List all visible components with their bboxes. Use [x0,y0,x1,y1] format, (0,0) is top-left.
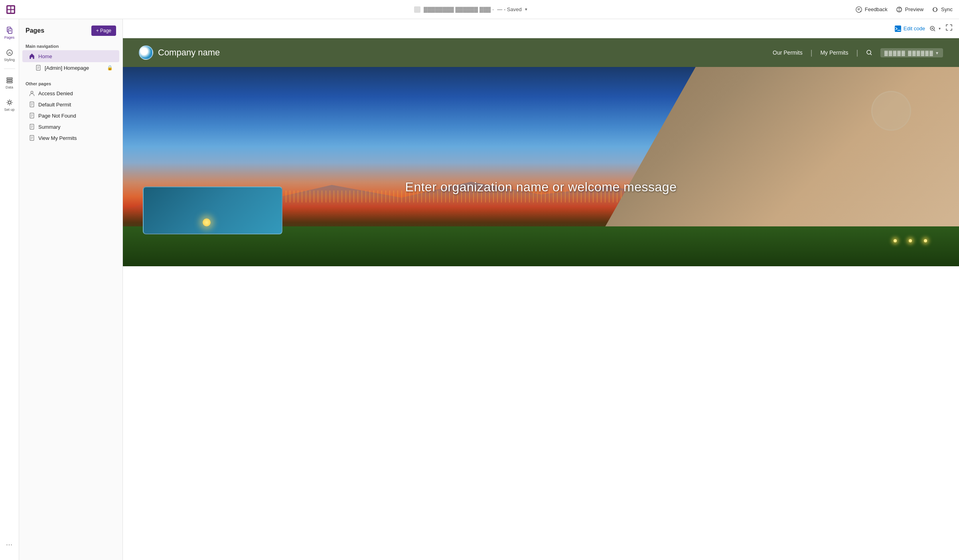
svg-rect-38 [895,26,901,32]
nav-item-home-label: Home [38,53,105,59]
landscape-light-1 [894,239,897,242]
nav-item-view-permits-label: View My Permits [38,135,113,141]
sidebar-item-setup[interactable]: Set up [2,94,18,115]
sync-label: Sync [941,6,953,12]
preview-button[interactable]: Preview [896,6,923,13]
pages-panel: Pages + Page Main navigation Home ··· [A… [19,19,123,560]
website-user[interactable]: ▓▓▓▓▓ ▓▓▓▓▓▓ ▾ [880,48,943,57]
sync-button[interactable]: Sync [931,6,953,13]
nav-item-access-denied-label: Access Denied [38,90,113,96]
nav-my-permits[interactable]: My Permits [820,49,848,56]
add-page-button[interactable]: + Page [91,26,116,36]
website-hero: Enter organization name or welcome messa… [123,67,959,266]
landscape-light-3 [924,239,927,242]
hero-pool-light [203,218,211,226]
site-thumbnail [414,6,420,13]
zoom-icon [930,26,935,31]
lock-icon: 🔒 [107,65,113,71]
nav-separator-1: | [811,49,813,57]
svg-line-45 [870,54,872,55]
website-header: Company name Our Permits | My Permits | … [123,38,959,67]
person-icon [29,90,35,96]
data-icon [6,76,14,84]
fullscreen-button[interactable] [945,24,953,33]
feedback-icon [855,6,862,13]
page-icon-default [29,101,35,108]
svg-rect-13 [7,78,12,79]
nav-item-home[interactable]: Home ··· [22,50,119,62]
pages-panel-header: Pages + Page [19,19,122,41]
svg-rect-3 [8,10,10,13]
site-title: ▓▓▓▓▓▓▓▓ ▓▓▓▓▓▓ ▓▓▓ - [424,6,494,12]
app-icon [6,5,15,14]
sidebar-item-data[interactable]: Data [2,72,18,93]
styling-label: Styling [4,58,15,62]
other-pages-section-label: Other pages [19,78,122,88]
feedback-label: Feedback [865,6,888,12]
svg-point-16 [8,101,11,104]
zoom-chevron[interactable]: ▾ [939,26,941,31]
topbar-right: Feedback Preview Sync [855,6,953,13]
pages-label: Pages [4,35,15,39]
page-icon-admin [35,65,41,71]
website-nav: Our Permits | My Permits | ▓▓▓▓▓ ▓▓▓▓▓▓ … [773,48,943,57]
topbar: ▓▓▓▓▓▓▓▓ ▓▓▓▓▓▓ ▓▓▓ - — - Saved ▾ Feedba… [0,0,959,19]
landscape-lights [894,239,927,242]
sidebar-item-more[interactable]: ··· [2,534,18,555]
topbar-center: ▓▓▓▓▓▓▓▓ ▓▓▓▓▓▓ ▓▓▓ - — - Saved ▾ [414,6,527,13]
nav-item-admin-homepage[interactable]: [Admin] Homepage 🔒 [22,62,119,73]
svg-rect-14 [7,80,12,81]
setup-icon [6,98,14,106]
more-dots: ··· [6,541,12,548]
edit-code-button[interactable]: Edit code [895,26,925,32]
hero-window [871,91,911,131]
preview-label: Preview [905,6,923,12]
user-label: ▓▓▓▓▓ ▓▓▓▓▓▓ ▾ [884,50,939,56]
nav-item-summary[interactable]: Summary [22,121,119,132]
svg-line-41 [934,30,935,31]
vscode-icon [895,26,901,32]
website-search-icon[interactable] [866,49,872,56]
nav-item-access-denied[interactable]: Access Denied [22,88,119,99]
page-icon-permits [29,135,35,141]
nav-item-default-permit-label: Default Permit [38,102,113,108]
svg-rect-15 [7,82,12,83]
feedback-button[interactable]: Feedback [855,6,888,13]
preview-toolbar: Edit code ▾ [123,19,959,38]
logo-circle [139,45,153,60]
main-layout: Pages Styling Data Set up [0,19,959,560]
saved-label: — - Saved [497,6,521,12]
icon-sidebar: Pages Styling Data Set up [0,19,19,560]
nav-our-permits[interactable]: Our Permits [773,49,803,56]
sidebar-item-pages[interactable]: Pages [2,22,18,43]
page-icon-summary [29,124,35,130]
nav-item-summary-label: Summary [38,124,113,130]
page-icon-notfound [29,112,35,119]
preview-area: Edit code ▾ [123,19,959,560]
sidebar-item-styling[interactable]: Styling [2,45,18,65]
nav-item-default-permit[interactable]: Default Permit [22,99,119,110]
preview-content: Company name Our Permits | My Permits | … [123,38,959,560]
website-preview: Company name Our Permits | My Permits | … [123,38,959,560]
svg-point-44 [867,50,871,54]
preview-icon [896,6,903,13]
hero-welcome-text: Enter organization name or welcome messa… [123,180,959,195]
add-page-label: + Page [96,28,111,33]
nav-item-page-not-found[interactable]: Page Not Found [22,110,119,121]
svg-rect-2 [11,6,14,9]
nav-item-page-not-found-label: Page Not Found [38,113,113,119]
fullscreen-icon [945,24,953,31]
pages-icon [6,26,14,34]
nav-separator-2: | [856,49,858,57]
zoom-control[interactable]: ▾ [930,26,941,31]
svg-point-21 [31,91,33,94]
title-chevron[interactable]: ▾ [525,7,527,12]
main-nav-section-label: Main navigation [19,41,122,50]
setup-label: Set up [4,108,14,112]
data-label: Data [6,85,13,89]
svg-rect-4 [11,10,14,13]
nav-item-admin-label: [Admin] Homepage [45,65,104,71]
nav-item-view-permits[interactable]: View My Permits [22,132,119,143]
sync-icon [931,6,939,13]
styling-icon [6,49,14,57]
